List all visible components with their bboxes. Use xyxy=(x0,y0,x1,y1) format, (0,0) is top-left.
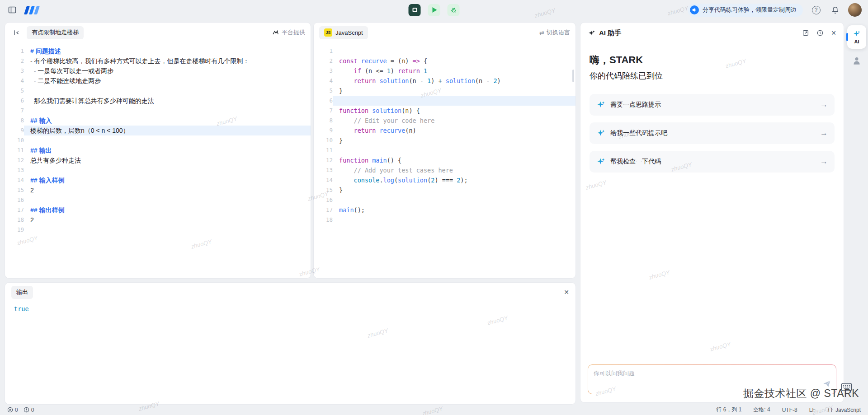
code-line[interactable]: 11 xyxy=(314,145,576,155)
bug-icon xyxy=(450,6,457,14)
code-line[interactable]: 15} xyxy=(314,185,576,195)
problem-line[interactable]: 9楼梯的层数，层数n（0 < n < 100） xyxy=(5,126,311,135)
cursor-position[interactable]: 行 6，列 1 xyxy=(716,406,741,414)
keyboard-icon[interactable] xyxy=(841,383,852,393)
code-line[interactable]: 5} xyxy=(314,86,576,96)
bell-icon[interactable] xyxy=(829,4,841,16)
line-number: 14 xyxy=(5,175,24,185)
line-content xyxy=(24,106,311,116)
problem-line[interactable]: 7 xyxy=(5,106,311,116)
problem-line[interactable]: 2- 有个楼梯比较高，我们有多种方式可以走上去，但是在走楼梯时有几个限制： xyxy=(5,56,311,66)
ai-suggestion-card[interactable]: 需要一点思路提示 → xyxy=(590,94,835,116)
collapse-panel-icon[interactable] xyxy=(10,27,22,38)
problem-line[interactable]: 13 xyxy=(5,165,311,175)
line-content: 2 xyxy=(24,215,311,225)
promo-banner[interactable]: 分享代码练习体验，领限量定制周边 xyxy=(688,4,803,17)
run-button[interactable] xyxy=(428,4,440,16)
problem-line[interactable]: 10 xyxy=(5,135,311,145)
problem-line[interactable]: 5 xyxy=(5,86,311,96)
stop-button[interactable] xyxy=(409,4,421,16)
code-line[interactable]: 10} xyxy=(314,135,576,145)
line-number: 5 xyxy=(5,86,24,96)
play-icon xyxy=(433,7,437,13)
problem-line[interactable]: 11## 输出 xyxy=(5,145,311,155)
problem-line[interactable]: 16 xyxy=(5,195,311,205)
arrow-right-icon: → xyxy=(820,157,828,166)
run-controls xyxy=(409,4,460,16)
eol-type[interactable]: LF xyxy=(809,407,816,413)
line-number: 12 xyxy=(314,155,333,165)
code-line[interactable]: 14 console.log(solution(2) === 2); xyxy=(314,175,576,185)
sidebar-toggle-icon[interactable] xyxy=(6,4,18,16)
problem-line[interactable]: 3 - 一是每次可以走一或者两步 xyxy=(5,66,311,76)
ai-suggestion-card[interactable]: 给我一些代码提示吧 → xyxy=(590,122,835,144)
problem-line[interactable]: 19 xyxy=(5,225,311,235)
problem-line[interactable]: 6 那么我们需要计算总共有多少种可能的走法 xyxy=(5,96,311,106)
line-content xyxy=(333,195,576,205)
line-content: - 一是每次可以走一或者两步 xyxy=(24,66,311,76)
code-line[interactable]: 16 xyxy=(314,195,576,205)
line-content: // Edit your code here xyxy=(333,116,576,126)
problem-line[interactable]: 14## 输入样例 xyxy=(5,175,311,185)
problem-line[interactable]: 182 xyxy=(5,215,311,225)
close-ai-panel-icon[interactable]: ✕ xyxy=(831,29,836,37)
encoding[interactable]: UTF-8 xyxy=(782,407,797,413)
line-content: } xyxy=(333,135,576,145)
code-line[interactable]: 4 return solution(n - 1) + solution(n - … xyxy=(314,76,576,86)
scrollbar-thumb[interactable] xyxy=(572,70,574,82)
code-line[interactable]: 17main(); xyxy=(314,205,576,215)
arrow-right-icon: → xyxy=(820,100,828,109)
code-line[interactable]: 7function solution(n) { xyxy=(314,106,576,116)
problem-line[interactable]: 12总共有多少种走法 xyxy=(5,155,311,165)
ai-input[interactable] xyxy=(594,369,821,390)
sparkle-icon xyxy=(596,100,605,109)
code-line[interactable]: 8 // Edit your code here xyxy=(314,116,576,126)
help-icon[interactable]: ? xyxy=(810,4,822,16)
line-content xyxy=(333,96,576,106)
code-line[interactable]: 3 if (n <= 1) return 1 xyxy=(314,66,576,76)
output-tab[interactable]: 输出 xyxy=(11,286,33,299)
line-content xyxy=(24,165,311,175)
platform-logo-icon xyxy=(272,29,279,36)
code-line[interactable]: 1 xyxy=(314,46,576,56)
problem-title: 有点限制地走楼梯 xyxy=(27,26,84,39)
code-line[interactable]: 13 // Add your test cases here xyxy=(314,165,576,175)
problems-warnings[interactable]: 0 xyxy=(24,407,34,413)
ai-card-label: 帮我检查一下代码 xyxy=(610,158,661,166)
mascot-icon[interactable] xyxy=(852,56,862,68)
line-content: console.log(solution(2) === 2); xyxy=(333,175,576,185)
line-content: } xyxy=(333,86,576,96)
problem-line[interactable]: 17## 输出样例 xyxy=(5,205,311,215)
code-line[interactable]: 12function main() { xyxy=(314,155,576,165)
line-number: 17 xyxy=(314,205,333,215)
debug-button[interactable] xyxy=(448,4,460,16)
line-content: ## 输入 xyxy=(24,116,311,126)
avatar[interactable] xyxy=(848,3,862,17)
code-line[interactable]: 2const recurve = (n) => { xyxy=(314,56,576,66)
line-number: 14 xyxy=(314,175,333,185)
problem-line[interactable]: 1# 问题描述 xyxy=(5,46,311,56)
problem-line[interactable]: 4 - 二是不能连续地走两步 xyxy=(5,76,311,86)
code-line[interactable]: 18 xyxy=(314,215,576,225)
problem-line[interactable]: 152 xyxy=(5,185,311,195)
switch-language-button[interactable]: ⇄ 切换语言 xyxy=(539,28,570,37)
ai-assistant-panel: AI 助手 ✕ 嗨，STARK 你的代码陪练已到位 xyxy=(580,22,844,403)
close-output-icon[interactable]: ✕ xyxy=(564,289,569,296)
ai-float-button[interactable]: AI xyxy=(847,25,866,49)
send-icon[interactable] xyxy=(822,379,831,390)
history-icon[interactable] xyxy=(816,29,824,37)
ai-card-label: 给我一些代码提示吧 xyxy=(610,129,667,137)
ai-panel-title: AI 助手 xyxy=(599,29,621,37)
problem-line[interactable]: 8## 输入 xyxy=(5,116,311,126)
juejin-logo[interactable] xyxy=(25,6,38,14)
code-line[interactable]: 9 return recurve(n) xyxy=(314,126,576,135)
ai-suggestion-card[interactable]: 帮我检查一下代码 → xyxy=(590,151,835,173)
indentation[interactable]: 空格: 4 xyxy=(753,406,770,414)
line-content: } xyxy=(333,185,576,195)
open-in-new-icon[interactable] xyxy=(802,29,809,37)
code-line[interactable]: 6 xyxy=(314,96,576,106)
language-tab[interactable]: JS JavaScript xyxy=(319,26,368,39)
output-panel: 输出 ✕ true xyxy=(5,282,576,405)
language-mode[interactable]: {} JavaScript xyxy=(827,407,861,413)
problems-errors[interactable]: 0 xyxy=(7,407,18,413)
